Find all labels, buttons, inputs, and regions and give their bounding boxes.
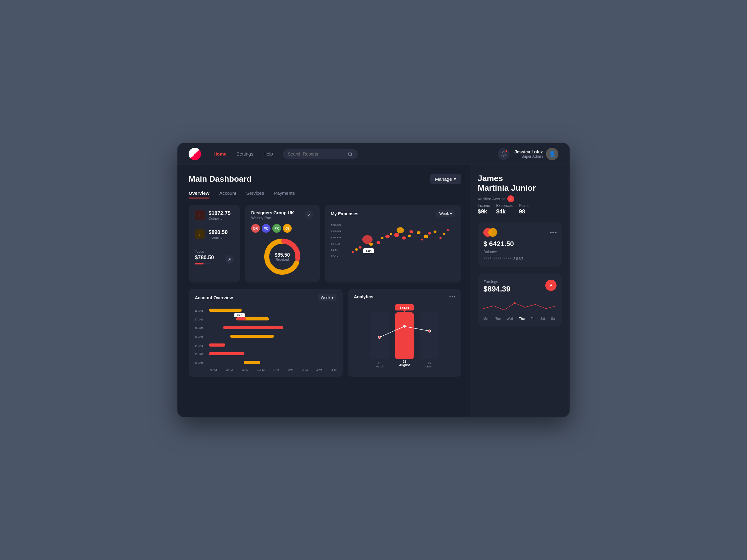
svg-point-22 — [394, 233, 399, 237]
card-widget: $ 6421.50 Balance **** **** **** 3667 — [478, 222, 562, 267]
manage-button[interactable]: Manage ▾ — [430, 174, 461, 184]
svg-rect-59 — [236, 317, 246, 320]
divider — [195, 224, 234, 225]
card-number: **** **** **** 3667 — [483, 257, 557, 261]
donut-center: $85.50 Received — [275, 252, 290, 261]
svg-point-85 — [524, 307, 526, 308]
earnings-widget: Earnings $894.39 P Mon Tue Wed — [478, 274, 562, 326]
svg-text:15 JAN: 15 JAN — [195, 335, 203, 339]
nav-home[interactable]: Home — [213, 151, 227, 157]
nav-help[interactable]: Help — [263, 151, 273, 157]
svg-rect-69 — [420, 312, 439, 359]
svg-point-28 — [447, 229, 449, 231]
topup-arrow-button[interactable]: ↗ — [225, 255, 234, 264]
account-overview-title: Account Overview — [195, 295, 233, 300]
verified-badge: ✓ — [507, 195, 514, 202]
svg-text:$30.5: $30.5 — [237, 314, 242, 317]
svg-point-17 — [352, 251, 354, 253]
dashboard-header: Main Dashboard Manage ▾ — [189, 174, 461, 184]
balance-label: Balance — [483, 250, 557, 254]
notifications-button[interactable] — [498, 148, 510, 160]
earnings-label: Earnings — [483, 280, 511, 284]
svg-point-23 — [402, 236, 406, 240]
svg-text:16 JAN: 16 JAN — [195, 326, 203, 330]
chevron-down-icon: ▾ — [454, 176, 456, 182]
earnings-line-chart — [483, 296, 557, 315]
svg-rect-65 — [209, 352, 244, 355]
svg-point-27 — [439, 237, 441, 239]
dot2 — [452, 296, 453, 297]
expenses-card: My Expenses Week ▾ $20-25k $15-20k $10-1… — [325, 205, 461, 283]
svg-text:23: 23 — [378, 362, 381, 365]
verified-text: Verified Acount — [478, 196, 505, 201]
user-info: Jessica Lofez Super Admin 👤 — [515, 148, 558, 160]
svg-text:$15-20k: $15-20k — [331, 230, 342, 233]
expenses-header: My Expenses Week ▾ — [331, 210, 455, 217]
tab-services[interactable]: Services — [246, 190, 264, 198]
week-selector[interactable]: Week ▾ — [436, 210, 455, 217]
gantt-chart: 18 JAN 17 JAN 16 JAN 15 JAN 14 JAN 13 JA… — [195, 305, 336, 367]
svg-text:March: March — [376, 365, 383, 368]
svg-point-35 — [417, 231, 420, 234]
svg-text:$1-5k: $1-5k — [331, 248, 338, 251]
week-labels: Mon Tue Wed Thu Fri Sat Sun — [483, 317, 557, 320]
profile-stats: Income $9k Expences $4k Points 98 — [478, 204, 562, 215]
profile-section: James Martinia Junior Verified Acount ✓ … — [478, 174, 562, 215]
paypal-icon: P — [545, 280, 557, 291]
svg-point-0 — [348, 152, 352, 156]
verified-row: Verified Acount ✓ — [478, 195, 562, 202]
svg-rect-62 — [223, 326, 283, 329]
avatar-dr: DR — [251, 224, 260, 233]
search-icon — [348, 152, 353, 157]
account-overview-header: Account Overview Week ▾ — [195, 294, 336, 301]
svg-point-33 — [396, 227, 404, 233]
user-name: Jessica Lofez — [515, 149, 543, 154]
donut-amount: $85.50 — [275, 252, 290, 258]
svg-point-31 — [380, 237, 383, 239]
day-fri: Fri — [531, 317, 535, 320]
analytics-svg: $ 53,96 23 March 21 — [354, 303, 455, 371]
search-input[interactable] — [288, 152, 344, 157]
analytics-menu-button[interactable] — [449, 296, 455, 297]
day-thu: Thu — [519, 317, 524, 320]
search-bar[interactable] — [283, 149, 358, 159]
bottom-row: Account Overview Week ▾ 18 JAN 17 JAN 16… — [189, 289, 461, 377]
mc-right-circle — [488, 228, 497, 237]
topup-bar-fill — [195, 263, 204, 264]
card-brand — [483, 228, 557, 237]
svg-text:31K: 31K — [365, 249, 371, 252]
tab-overview[interactable]: Overview — [189, 190, 209, 198]
chevron-icon2: ▾ — [332, 296, 333, 300]
logo-icon[interactable] — [189, 148, 201, 160]
svg-line-1 — [351, 155, 352, 156]
account-week-selector[interactable]: Week ▾ — [318, 294, 336, 301]
user-text: Jessica Lofez Super Admin — [515, 149, 543, 159]
day-tue: Tue — [495, 317, 501, 320]
svg-point-36 — [423, 235, 428, 238]
svg-rect-57 — [209, 309, 242, 312]
incoming-item: ↓ $890.50 Incoming — [195, 229, 234, 239]
dashboard-title: Main Dashboard — [189, 174, 252, 184]
svg-point-20 — [376, 241, 380, 244]
dot1 — [550, 232, 551, 233]
card-menu-button[interactable] — [550, 232, 557, 233]
day-wed: Wed — [507, 317, 513, 320]
day-mon: Mon — [483, 317, 489, 320]
dot3 — [454, 296, 455, 297]
topup-label: Topup — [195, 249, 234, 253]
time-label-3pm: 3PM — [302, 368, 308, 371]
tab-account[interactable]: Account — [220, 190, 236, 198]
main-body: Main Dashboard Manage ▾ Overview Account… — [177, 165, 570, 417]
topup-progress-bar — [195, 263, 211, 264]
down-icon: ↓ — [195, 229, 205, 239]
designers-subtitle: Weekly Pay — [251, 216, 294, 220]
designers-arrow-button[interactable]: ↗ — [305, 210, 313, 219]
dashboard-tabs: Overview Account Services Payments — [189, 190, 461, 198]
svg-text:18 JAN: 18 JAN — [195, 309, 203, 312]
tab-payments[interactable]: Payments — [274, 190, 295, 198]
dot2 — [552, 232, 554, 233]
avatar-px: PX — [272, 224, 281, 233]
outgoing-item: ↑ $1872.75 Outgoing — [195, 210, 234, 220]
nav-settings[interactable]: Settings — [236, 151, 253, 157]
avatar[interactable]: 👤 — [546, 148, 558, 160]
